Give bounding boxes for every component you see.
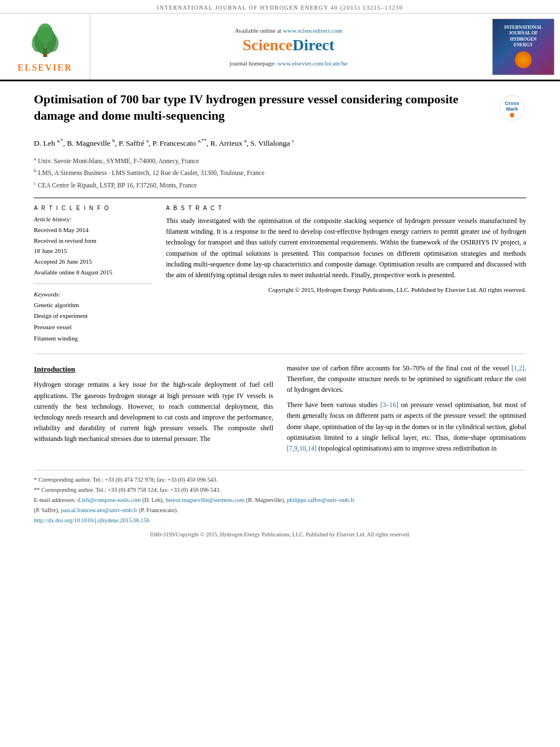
article-columns: A R T I C L E I N F O Article history: R… <box>34 198 526 344</box>
branding-row: ELSEVIER Available online at www.science… <box>0 14 560 81</box>
footer-copyright: 0360-3199/Copyright © 2015, Hydrogen Ene… <box>34 530 526 539</box>
journal-cover-image: International Journal ofHYDROGENENERGY <box>492 19 554 75</box>
sd-science-text: Science <box>243 36 293 54</box>
cover-decorative-circle <box>515 51 532 68</box>
journal-header: INTERNATIONAL JOURNAL OF HYDROGEN ENERGY… <box>0 0 560 14</box>
intro-para-3: There have been various studies [3–16] o… <box>287 400 526 454</box>
body-col-right: massive use of carbon fibre accounts for… <box>287 363 526 459</box>
email-saffre[interactable]: philippe.saffre@univ-smb.fr <box>287 497 355 503</box>
abstract-copyright: Copyright © 2015, Hydrogen Energy Public… <box>166 285 526 295</box>
email-leh[interactable]: d.leh@compose-tools.com <box>77 497 141 503</box>
corresponding-author-1: * Corresponding author. Tel.: +33 (0) 47… <box>34 475 526 485</box>
intro-para-1: Hydrogen storage remains a key issue for… <box>34 379 273 444</box>
footer-notes: * Corresponding author. Tel.: +33 (0) 47… <box>34 470 526 539</box>
article-info-column: A R T I C L E I N F O Article history: R… <box>34 205 152 344</box>
doi-link[interactable]: http://dx.doi.org/10.1016/j.ijhydene.201… <box>34 517 150 523</box>
abstract-text: This study investigated with the optimis… <box>166 216 526 295</box>
body-col-left: Introduction Hydrogen storage remains a … <box>34 363 273 459</box>
affiliations: a Univ. Savoie Mont-blanc, SYMME, F-7400… <box>34 155 526 191</box>
elsevier-brand-text: ELSEVIER <box>18 63 72 73</box>
keywords-label: Keywords: <box>34 291 152 298</box>
email-magneville[interactable]: benoit.magneville@siemens.com <box>165 497 244 503</box>
abstract-column: A B S T R A C T This study investigated … <box>166 205 526 344</box>
sciencedirect-brand: ScienceDirect <box>243 36 335 54</box>
elsevier-tree-icon <box>25 21 65 60</box>
sd-direct-text: Direct <box>292 36 334 54</box>
email-francescato[interactable]: pascal.francescato@univ-smb.fr <box>61 507 138 513</box>
svg-point-4 <box>37 23 53 43</box>
article-info-header: A R T I C L E I N F O <box>34 205 152 211</box>
body-columns: Introduction Hydrogen storage remains a … <box>0 363 560 459</box>
intro-para-2: massive use of carbon fibre accounts for… <box>287 363 526 396</box>
cover-title-text: International Journal ofHYDROGENENERGY <box>496 25 550 49</box>
paper-title: Optimisation of 700 bar type IV hydrogen… <box>34 91 487 124</box>
journal-homepage: journal homepage: www.elsevier.com/locat… <box>230 60 348 67</box>
journal-homepage-link[interactable]: www.elsevier.com/locate/he <box>278 60 348 67</box>
svg-text:Mark: Mark <box>506 106 518 112</box>
ref-1-2[interactable]: [1,2] <box>511 364 524 372</box>
ref-7-9-10-14[interactable]: [7,9,10,14] <box>287 444 317 452</box>
paper-title-container: Optimisation of 700 bar type IV hydrogen… <box>34 91 487 124</box>
history-label: Article history: <box>34 216 152 222</box>
ref-3-16[interactable]: [3–16] <box>380 401 399 409</box>
available-online-text: Available online at www.sciencedirect.co… <box>235 27 343 34</box>
keywords-list: Genetic algorithm Design of experiment P… <box>34 300 152 344</box>
abstract-header: A B S T R A C T <box>166 205 526 211</box>
crossmark-badge-icon: Cross Mark <box>498 94 526 122</box>
journal-header-text: INTERNATIONAL JOURNAL OF HYDROGEN ENERGY… <box>157 5 403 11</box>
journal-cover-area: International Journal ofHYDROGENENERGY <box>487 14 560 80</box>
authors-line: D. Leh a,*, B. Magneville b, P. Saffré a… <box>34 136 526 150</box>
section-divider <box>34 353 526 354</box>
sciencedirect-link[interactable]: www.sciencedirect.com <box>283 27 342 34</box>
email-addresses: E-mail addresses: d.leh@compose-tools.co… <box>34 495 526 516</box>
paper-title-section: Optimisation of 700 bar type IV hydrogen… <box>0 81 560 129</box>
introduction-heading: Introduction <box>34 363 273 375</box>
center-branding: Available online at www.sciencedirect.co… <box>90 14 487 80</box>
svg-point-8 <box>510 113 514 117</box>
history-items: Received 6 May 2014 Received in revised … <box>34 225 152 277</box>
elsevier-logo-area: ELSEVIER <box>0 14 90 80</box>
corresponding-author-2: ** Corresponding author. Tel.: +33 (0) 4… <box>34 485 526 495</box>
authors-section: D. Leh a,*, B. Magneville b, P. Saffré a… <box>0 129 560 198</box>
svg-text:Cross: Cross <box>505 101 519 106</box>
